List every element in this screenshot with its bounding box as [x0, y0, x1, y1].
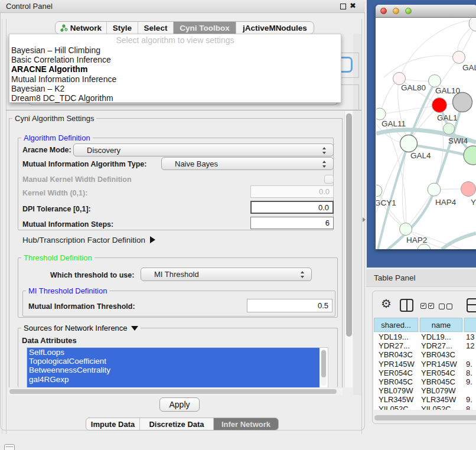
network-canvas[interactable]: GAL GAL80 GAL10 GAL1 GAL11 SWI4 GAL4 GCY… — [376, 18, 476, 249]
new-table-icon[interactable] — [467, 298, 476, 312]
table-hscrollbar[interactable] — [374, 415, 476, 420]
close-traffic-light[interactable] — [380, 8, 387, 14]
table-row[interactable]: YDL19...YDL19...13 — [374, 332, 476, 341]
cell-name: YBR045C — [421, 377, 455, 386]
manual-kernel-label: Manual Kernel Width Definition — [22, 175, 132, 184]
cell-value: 9. — [466, 395, 472, 404]
cell-value: 12 — [466, 341, 474, 350]
table-row[interactable]: YBL079WYBL079W — [374, 386, 476, 395]
minimize-traffic-light[interactable] — [393, 8, 399, 14]
unchecked-box-icon-1[interactable] — [439, 304, 445, 309]
node-label: GAL10 — [435, 86, 460, 95]
table-row[interactable]: YER054CYER054C8. — [374, 369, 476, 377]
close-icon[interactable]: ✖ — [350, 1, 356, 10]
checked-box-icon-1[interactable] — [420, 303, 426, 309]
popup-item-mutual-information[interactable]: Mutual Information Inference — [9, 74, 341, 84]
cell-value: 8. — [466, 369, 472, 377]
list-item-betweennesscentrality[interactable]: BetweennessCentrality — [27, 366, 319, 374]
popup-item-bayesian-hill[interactable]: Bayesian – Hill Climbing — [9, 45, 341, 55]
tab-select[interactable]: Select — [138, 22, 174, 34]
node-label: HAP4 — [435, 198, 457, 207]
manual-kernel-checkbox[interactable] — [324, 175, 334, 184]
table-row[interactable]: YPR145WYPR145W9. — [374, 360, 476, 369]
zoom-traffic-light[interactable] — [405, 8, 412, 14]
bg-groupline-5 — [358, 84, 359, 109]
group-threshold-definition-title: Threshold Definition — [21, 253, 94, 262]
column-header-name[interactable]: name — [420, 318, 462, 332]
node-salmon — [461, 182, 476, 197]
mi-steps-input[interactable]: 6 — [250, 217, 334, 229]
cell-shared-name: YBR043C — [379, 350, 413, 359]
table-panel-titlebar[interactable]: Table Panel — [366, 269, 476, 287]
popup-item-aracne[interactable]: ARACNE Algorithm — [9, 64, 341, 74]
unchecked-box-icon-2[interactable] — [446, 304, 452, 309]
table-row[interactable]: YLR345WYLR345W9. — [374, 395, 476, 404]
sources-collapse-icon[interactable] — [131, 326, 138, 331]
which-threshold-combo[interactable]: MI Threshold — [141, 268, 312, 281]
apply-button-label: Apply — [169, 400, 190, 409]
tab-cyni-toolbox[interactable]: Cyni Toolbox — [174, 22, 236, 34]
settings-hscrollbar[interactable] — [8, 388, 343, 395]
cell-value: 13 — [466, 332, 474, 341]
tab-infer-network[interactable]: Infer Network — [214, 418, 278, 430]
tab-jactivemnodules[interactable]: jActiveMNodules — [236, 22, 314, 34]
aracne-mode-value: Discovery — [87, 146, 120, 155]
mi-threshold-input[interactable]: 0.5 — [247, 299, 332, 312]
kernel-width-input[interactable]: 0.0 — [250, 185, 334, 198]
apply-button[interactable]: Apply — [159, 397, 200, 412]
mi-threshold-label: Mutual Information Threshold: — [28, 302, 135, 311]
attributes-list[interactable]: SelfLoops TopologicalCoefficient Between… — [27, 347, 328, 387]
table-row[interactable]: YDR27...YDR27...12 — [374, 341, 476, 350]
bottom-tabs: Impute Data Discretize Data Infer Networ… — [86, 418, 279, 431]
attributes-list-scrollbar[interactable] — [321, 349, 327, 386]
data-attributes-label: Data Attributes — [22, 336, 77, 345]
settings-vscrollbar[interactable] — [344, 111, 353, 387]
column-header-3[interactable] — [464, 318, 476, 332]
list-item-partial[interactable] — [27, 384, 319, 387]
tab-network[interactable]: Network — [56, 22, 107, 34]
tab-style[interactable]: Style — [107, 22, 138, 34]
tab-style-label: Style — [113, 24, 132, 32]
control-panel-titlebar[interactable]: Control Panel ✖ — [0, 0, 365, 13]
attributes-list-scrollbar-thumb[interactable] — [321, 350, 326, 377]
bg-groupline-4 — [341, 84, 359, 85]
hub-expand-icon[interactable] — [150, 236, 155, 243]
cell-name: YPR145W — [421, 360, 457, 369]
popup-item-bayesian-k2[interactable]: Bayesian – K2 — [9, 84, 341, 93]
window-grid-icon[interactable] — [4, 444, 15, 450]
tab-discretize-data[interactable]: Discretize Data — [140, 418, 214, 430]
dpi-tolerance-input[interactable]: 0.0 — [250, 201, 334, 214]
checked-box-icon-2[interactable] — [428, 303, 434, 309]
settings-hscrollbar-thumb[interactable] — [9, 389, 337, 394]
gear-icon[interactable]: ⚙ — [381, 296, 392, 311]
cell-name: YBR043C — [421, 350, 455, 359]
aracne-mode-combo[interactable]: Discovery — [73, 144, 334, 156]
hub-definition-label[interactable]: Hub/Transcription Factor Definition — [22, 236, 145, 244]
which-threshold-value: MI Threshold — [154, 270, 199, 279]
table-row[interactable]: YBR043CYBR043C — [374, 350, 476, 359]
settings-vscrollbar-thumb[interactable] — [346, 113, 352, 337]
table-row[interactable]: YIL052CYIL052C8 — [374, 405, 476, 410]
list-item-topologicalcoefficient[interactable]: TopologicalCoefficient — [27, 357, 319, 366]
mi-type-combo-arrows — [322, 161, 327, 168]
float-window-icon[interactable] — [340, 4, 346, 9]
cell-value: 8 — [466, 405, 470, 410]
panel-right-line — [361, 19, 362, 434]
tab-impute-data-label: Impute Data — [91, 420, 135, 429]
node — [376, 185, 382, 197]
tab-impute-data[interactable]: Impute Data — [86, 418, 140, 430]
popup-item-dream8[interactable]: Dream8 DC_TDC Algorithm — [9, 93, 341, 103]
splitpane-arrow-icon[interactable] — [363, 217, 366, 222]
split-columns-icon[interactable] — [400, 299, 413, 312]
panel-left-line-inner — [6, 19, 6, 434]
table-hscrollbar-thumb[interactable] — [374, 415, 476, 420]
network-window-titlebar[interactable] — [376, 5, 476, 18]
bg-groupline-1 — [341, 53, 359, 53]
tab-select-label: Select — [144, 24, 168, 32]
column-header-shared[interactable]: shared... — [374, 318, 418, 332]
list-item-gal4rgexp[interactable]: gal4RGexp — [27, 375, 319, 384]
table-row[interactable]: YBR045CYBR045C9. — [374, 377, 476, 386]
list-item-selfloops[interactable]: SelfLoops — [27, 348, 319, 357]
mi-type-combo[interactable]: Naive Bayes — [161, 157, 334, 170]
popup-item-basic-correlation[interactable]: Basic Correlation Inference — [9, 55, 341, 64]
